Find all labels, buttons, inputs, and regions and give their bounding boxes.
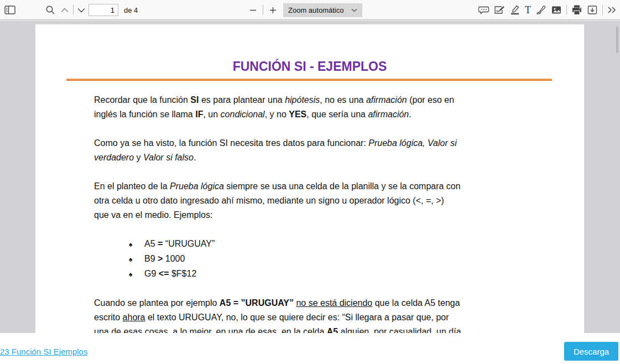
text-line: que va en el medio. Ejemplos:	[94, 208, 514, 222]
text-line: verdadero y Valor si falso.	[94, 150, 514, 165]
chevron-down-icon	[77, 8, 85, 13]
sidebar-toggle-button[interactable]	[4, 5, 15, 15]
paragraph: Como ya se ha visto, la función SI neces…	[94, 136, 514, 165]
list-item: ♠ A5 = “URUGUAY”	[129, 237, 514, 252]
sidebar-toggle-icon	[4, 5, 15, 15]
signature-icon	[494, 4, 505, 15]
text-line: otra celda u otro dato ingresado ahí mis…	[94, 194, 514, 208]
next-page-button[interactable]	[77, 8, 85, 13]
text-line: Recordar que la función SI es para plant…	[94, 93, 514, 107]
text-line: Como ya se ha visto, la función SI neces…	[94, 136, 514, 150]
zoom-select-value: Zoom automático	[288, 6, 343, 14]
zoom-out-button[interactable]	[248, 7, 258, 14]
chevron-down-icon	[351, 8, 357, 12]
signature-button[interactable]	[494, 4, 505, 15]
paragraph: Recordar que la función SI es para plant…	[94, 93, 514, 122]
toolbar-zoom-group: Zoom automático	[248, 0, 362, 20]
text-line: En el planteo de la Prueba lógica siempr…	[94, 179, 514, 194]
toolbar-separator	[263, 5, 263, 15]
text-line: B9 > 1000	[144, 252, 185, 266]
image-tool-button[interactable]	[551, 4, 562, 15]
list-item: ♠ G9 <= $F$12	[129, 267, 514, 282]
zoom-out-icon	[249, 7, 257, 14]
toolbar-separator	[566, 5, 567, 15]
comment-button[interactable]	[478, 4, 489, 15]
paragraph: Cuando se plantea por ejemplo A5 = ”URUG…	[94, 296, 514, 333]
toolbar-right-group: T	[478, 0, 617, 20]
page-number-input[interactable]	[88, 4, 118, 16]
page-count-label: de 4	[124, 6, 138, 14]
paragraph: En el planteo de la Prueba lógica siempr…	[94, 179, 514, 222]
toolbar-left-group: de 4	[0, 0, 138, 20]
bullet-icon: ♠	[129, 252, 144, 267]
zoom-in-button[interactable]	[268, 7, 278, 14]
more-tools-icon	[607, 7, 617, 13]
document-body: Recordar que la función SI es para plant…	[94, 93, 514, 333]
page-footer: 23 Función SI Ejemplos Descarga	[0, 333, 620, 364]
draw-button[interactable]	[535, 4, 546, 15]
search-icon	[45, 5, 55, 15]
text-line: inglés la función se llama IF, un condic…	[94, 107, 514, 122]
text-tool-button[interactable]: T	[525, 5, 531, 15]
previous-page-button[interactable]	[61, 8, 69, 13]
download-icon	[587, 4, 598, 15]
find-button[interactable]	[45, 5, 55, 15]
more-tools-button[interactable]	[607, 7, 617, 13]
document-title: FUNCIÓN SI - EJEMPLOS	[35, 59, 584, 74]
text-line: A5 = “URUGUAY”	[144, 237, 215, 251]
comment-icon	[478, 4, 489, 15]
vertical-scrollbar-thumb[interactable]	[616, 27, 618, 53]
draw-icon	[535, 4, 546, 15]
title-underline-rule	[66, 79, 552, 81]
save-download-button[interactable]	[587, 4, 598, 15]
image-tool-icon	[551, 4, 562, 15]
highlight-button[interactable]	[509, 4, 520, 15]
toolbar-separator	[73, 5, 74, 15]
text-line: Cuando se plantea por ejemplo A5 = ”URUG…	[94, 296, 514, 310]
download-button[interactable]: Descarga	[564, 342, 618, 361]
zoom-in-icon	[269, 7, 277, 14]
print-button[interactable]	[571, 4, 582, 15]
text-tool-icon: T	[525, 5, 531, 15]
bullet-icon: ♠	[129, 237, 144, 252]
text-line: una de esas cosas, a lo mejor, en una de…	[94, 325, 514, 333]
chevron-up-icon	[61, 8, 69, 13]
bullet-list: ♠ A5 = “URUGUAY” ♠ B9 > 1000 ♠ G9 <= $F$…	[129, 237, 514, 282]
bullet-icon: ♠	[129, 267, 144, 282]
text-line: G9 <= $F$12	[144, 267, 196, 281]
text-line: escrito ahora el texto URUGUAY, no, lo q…	[94, 310, 514, 325]
list-item: ♠ B9 > 1000	[129, 252, 514, 267]
pdf-viewer-toolbar: de 4 Zoom automático	[0, 0, 620, 20]
pdf-viewer-area[interactable]: FUNCIÓN SI - EJEMPLOS Recordar que la fu…	[0, 20, 620, 333]
zoom-select[interactable]: Zoom automático	[283, 3, 362, 17]
toolbar-separator	[602, 5, 603, 15]
highlighter-icon	[509, 4, 520, 15]
pdf-page: FUNCIÓN SI - EJEMPLOS Recordar que la fu…	[35, 24, 584, 333]
print-icon	[571, 4, 582, 15]
document-file-link[interactable]: 23 Función SI Ejemplos	[0, 347, 87, 356]
